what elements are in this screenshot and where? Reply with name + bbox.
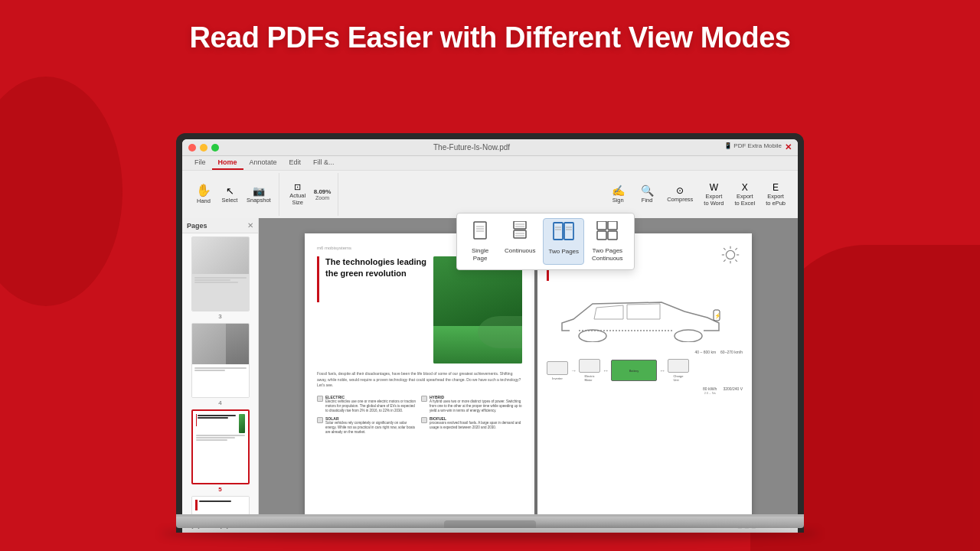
charge-unit-component: ChargeUnit <box>668 359 689 382</box>
car-diagram: ⚡ <box>547 289 743 345</box>
tab-edit[interactable]: Edit <box>283 156 308 170</box>
ribbon-group-tools: ✋ Hand ↖ Select 📷 Snapshot <box>187 173 279 216</box>
tech-hybrid: HYBRID A hybrid uses two or more distinc… <box>421 395 522 413</box>
actual-size-button[interactable]: ⊡ ActualSize <box>286 181 310 207</box>
sidebar-header: Pages ✕ <box>182 218 258 233</box>
sidebar-close-icon[interactable]: ✕ <box>247 221 253 230</box>
svg-rect-18 <box>597 231 606 240</box>
page-thumb-img-4 <box>191 323 250 398</box>
tech-biofuel: BIOFUEL processors evolved fossil fuels.… <box>421 416 522 435</box>
page-thumb-5[interactable]: 5 <box>185 409 255 493</box>
tech-solar: SOLAR Solar vehicles rely completely or … <box>317 416 418 435</box>
single-page-button[interactable]: SinglePage <box>463 218 497 265</box>
svg-rect-5 <box>514 230 526 238</box>
svg-line-32 <box>724 259 725 261</box>
tech-grid: ELECTRIC Electric vehicles use one or mo… <box>317 395 522 435</box>
single-page-icon <box>472 221 488 246</box>
sidebar-pages: 3 <box>182 233 258 519</box>
continuous-icon <box>511 221 528 246</box>
ribbon-group-zoom: ⊡ ActualSize 8.09% Zoom <box>281 173 339 216</box>
two-pages-icon <box>553 222 574 246</box>
left-page-heading: The technologies leadingthe green revolu… <box>325 256 427 280</box>
svg-point-34 <box>675 330 702 342</box>
compress-button[interactable]: ⊙ Compress <box>664 184 696 204</box>
svg-rect-11 <box>564 223 573 240</box>
sun-icon <box>721 246 740 264</box>
select-tool-button[interactable]: ↖ Select <box>217 184 242 205</box>
green-photo <box>433 256 522 364</box>
svg-line-30 <box>735 259 737 261</box>
inverter-component: Inverter <box>547 361 568 380</box>
close-button[interactable] <box>188 144 196 152</box>
export-excel-button[interactable]: X Exportto Excel <box>731 181 758 208</box>
svg-rect-0 <box>474 222 486 239</box>
two-pages-continuous-button[interactable]: Two PagesContinuous <box>587 218 627 265</box>
ribbon-tabs: File Home Annotate Edit Fill &... <box>182 156 798 171</box>
battery-main: Battery <box>611 360 657 381</box>
tab-annotate[interactable]: Annotate <box>243 156 283 170</box>
sidebar-title: Pages <box>187 222 207 230</box>
tech-electric: ELECTRIC Electric vehicles use one or mo… <box>317 395 418 413</box>
laptop-hinge <box>176 514 804 517</box>
view-modes-popup: SinglePage <box>456 213 635 270</box>
page-thumb-4[interactable]: 4 <box>185 323 255 406</box>
car-outline-svg: ⚡ <box>547 289 730 342</box>
page-thumb-img-3 <box>191 236 250 311</box>
window-controls <box>188 144 219 152</box>
svg-point-24 <box>726 250 734 259</box>
laptop-bezel: The-Future-Is-Now.pdf 📱 PDF Extra Mobile… <box>176 133 804 533</box>
hand-tool-button[interactable]: ✋ Hand <box>191 183 216 206</box>
window-title: The-Future-Is-Now.pdf <box>219 143 724 152</box>
pdf-mobile-label: 📱 PDF Extra Mobile <box>724 142 782 152</box>
export-epub-button[interactable]: E Exportto ePub <box>763 181 789 208</box>
left-page-body: Fossil fuels, despite all their disadvan… <box>317 371 522 389</box>
ribbon-group-actions: ✍ Sign 🔍 Find ⊙ Compress <box>601 173 793 216</box>
page-title: Read PDFs Easier with Different View Mod… <box>0 21 980 54</box>
two-pages-button[interactable]: Two Pages <box>543 218 584 265</box>
two-pages-continuous-label: Two PagesContinuous <box>592 247 622 262</box>
two-pages-continuous-icon <box>596 221 618 246</box>
pdf-page-right: The blueprint ofa green future <box>537 233 752 519</box>
zoom-label: Zoom <box>315 195 329 201</box>
zoom-value: 8.09% <box>314 188 332 195</box>
svg-text:⚡: ⚡ <box>714 312 721 319</box>
ribbon-content: ✋ Hand ↖ Select 📷 Snapshot <box>182 171 798 218</box>
tab-fill[interactable]: Fill &... <box>307 156 341 170</box>
laptop-screen: The-Future-Is-Now.pdf 📱 PDF Extra Mobile… <box>182 139 798 533</box>
tab-home[interactable]: Home <box>212 156 243 170</box>
page-num-4: 4 <box>218 399 221 406</box>
pdf-application: The-Future-Is-Now.pdf 📱 PDF Extra Mobile… <box>182 139 798 533</box>
battery-component-diagram: 40 – 600 km 60–270 km/h <box>547 350 743 395</box>
continuous-label: Continuous <box>505 247 535 255</box>
close-icon[interactable]: ✕ <box>785 142 792 152</box>
svg-rect-16 <box>597 221 606 230</box>
heading-accent-left <box>317 256 319 302</box>
sidebar: Pages ✕ <box>182 218 259 519</box>
page-num-3: 3 <box>218 313 221 320</box>
export-word-button[interactable]: W Exportto Word <box>701 181 727 208</box>
svg-rect-4 <box>514 221 526 229</box>
page-thumb-3[interactable]: 3 <box>185 236 255 320</box>
snapshot-button[interactable]: 📷 Snapshot <box>243 184 274 205</box>
svg-point-33 <box>579 330 606 342</box>
titlebar: The-Future-Is-Now.pdf 📱 PDF Extra Mobile… <box>182 139 798 156</box>
sign-button[interactable]: ✍ Sign <box>606 184 630 205</box>
tab-file[interactable]: File <box>188 156 212 170</box>
maximize-button[interactable] <box>211 144 219 152</box>
svg-line-29 <box>724 248 725 249</box>
page-num-5: 5 <box>218 486 221 493</box>
pdf-page-left: m6 mobisystems The technologies leadingt… <box>305 233 534 519</box>
pdf-two-page-spread: m6 mobisystems The technologies leadingt… <box>305 233 752 519</box>
minimize-button[interactable] <box>200 144 207 152</box>
svg-rect-17 <box>608 221 617 230</box>
laptop-frame: The-Future-Is-Now.pdf 📱 PDF Extra Mobile… <box>176 133 804 533</box>
find-button[interactable]: 🔍 Find <box>635 184 659 205</box>
svg-line-31 <box>735 248 737 249</box>
page-thumb-img-5 <box>191 409 250 484</box>
titlebar-right-controls: 📱 PDF Extra Mobile ✕ <box>724 142 792 152</box>
svg-rect-19 <box>608 231 617 240</box>
electric-motor-component: ElectricMotor <box>579 359 600 382</box>
svg-rect-10 <box>554 223 563 240</box>
continuous-button[interactable]: Continuous <box>500 218 540 265</box>
two-pages-label: Two Pages <box>548 248 579 256</box>
